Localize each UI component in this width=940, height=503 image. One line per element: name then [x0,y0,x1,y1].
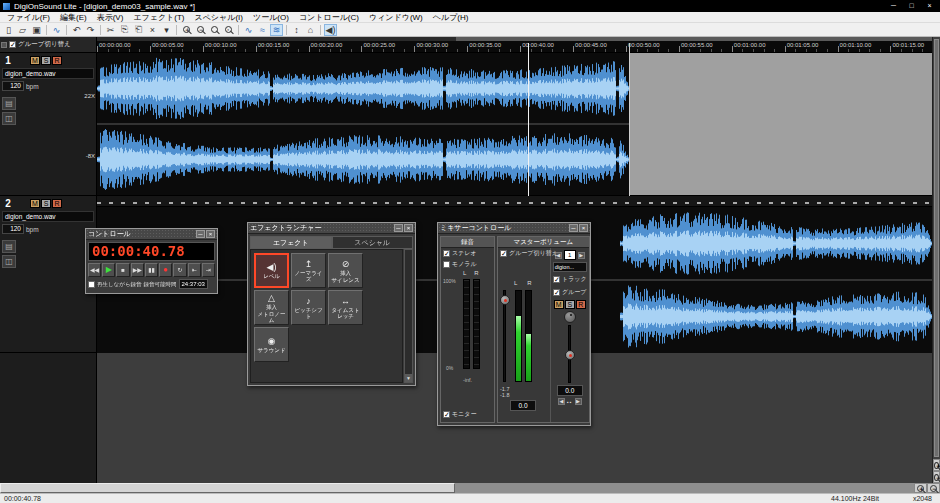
redo-icon[interactable]: ↷ [84,24,97,36]
bpm-input[interactable]: 120 [2,81,24,91]
next-track-button[interactable]: ▶ [578,252,585,259]
effect-normalize-button[interactable]: ↥ノーマライズ [291,253,326,288]
group-mode-checkbox[interactable]: ✓ [553,289,560,296]
effect-surround-button[interactable]: ◉サラウンド [254,327,289,362]
playhead[interactable] [528,43,529,196]
track-mode-option[interactable]: ✓ トラック [551,274,589,285]
menu-item[interactable]: エフェクト(T) [128,12,189,23]
loop-button[interactable]: ↻ [173,263,186,277]
master-volume-value[interactable]: 0.0 [510,400,536,411]
time-ruler[interactable]: 00:00:00.0000:00:05.0000:00:10.0000:00:1… [97,41,932,53]
nav-next-icon[interactable]: ▶ [575,398,582,405]
solo-button[interactable]: S [41,56,51,65]
group-switch-checkbox[interactable]: ✓ [500,250,507,257]
track-fader[interactable] [568,325,571,383]
menu-item[interactable]: ファイル(F) [2,12,55,23]
track-volume-icon[interactable]: ▤ [2,97,16,110]
mixer-solo-button[interactable]: S [565,300,575,309]
delete-icon[interactable]: × [146,24,159,36]
pause-button[interactable]: ▮▮ [145,263,158,277]
effects-minimize-button[interactable]: ─ [394,224,403,232]
track-volume-value[interactable]: 0.0 [557,385,583,396]
transport-titlebar[interactable]: コントロール ─ × [86,229,217,240]
save-file-icon[interactable]: ▣ [30,24,43,36]
track-pan-icon[interactable]: ◫ [2,112,16,125]
marker-icon[interactable]: ⌂ [304,24,317,36]
vertical-scrollbar[interactable]: + − [932,37,940,483]
menu-item[interactable]: 編集(E) [55,12,92,23]
zoom-sel-icon[interactable]: · [222,24,235,36]
undo-icon[interactable]: ↶ [70,24,83,36]
horizontal-zoom-in-button[interactable]: + [914,483,927,493]
paste-dropdown-icon[interactable]: ▾ [160,24,173,36]
record-arm-button[interactable]: R [52,199,62,208]
menu-item[interactable]: スペシャル(I) [189,12,248,23]
track-divider[interactable] [97,196,932,207]
solo-button[interactable]: S [41,199,51,208]
maximize-button[interactable]: □ [903,1,920,11]
minimize-button[interactable]: ─ [885,1,902,11]
view-spectrum-icon[interactable]: ≈ [256,24,269,36]
step-fwd-button[interactable]: ⇥ [202,263,215,277]
pan-knob[interactable] [564,311,576,323]
monitor-option[interactable]: ✓ モニター [441,409,494,420]
open-file-icon[interactable]: ▱ [16,24,29,36]
step-back-button[interactable]: ⇤ [188,263,201,277]
group-toggle[interactable]: ✓ グループ切り替え [0,37,96,53]
copy-icon[interactable]: ⎘ [118,24,131,36]
group-switch-option[interactable]: ✓ グループ切り替え [498,248,550,259]
record-button[interactable]: ● [159,263,172,277]
track-name[interactable]: digion_demo.wav [2,68,94,79]
effects-scrollbar[interactable]: ▼ [404,249,413,383]
scroll-down-icon[interactable]: ▼ [405,374,412,382]
forward-button[interactable]: ▶▶ [131,263,144,277]
transport-close-button[interactable]: × [206,230,215,238]
zoom-in-icon[interactable]: + [180,24,193,36]
effect-level-button[interactable]: ◀)レベル [254,253,289,288]
paste-icon[interactable]: ⎗ [132,24,145,36]
cut-icon[interactable]: ✂ [104,24,117,36]
monitor-speaker-icon[interactable]: ◀) [324,24,337,36]
mute-button[interactable]: M [30,199,40,208]
horizontal-zoom-out-button[interactable]: − [927,483,940,493]
vertical-zoom-in-button[interactable]: + [933,459,940,471]
view-wave-icon[interactable]: ∿ [242,24,255,36]
snap-icon[interactable]: ↕ [290,24,303,36]
monitor-checkbox[interactable]: ✓ [443,411,450,418]
menu-item[interactable]: コントロール(C) [294,12,364,23]
group-toggle-checkbox[interactable]: ✓ [9,41,16,48]
horizontal-scrollbar-thumb[interactable] [0,483,455,493]
menu-item[interactable]: 表示(V) [92,12,129,23]
vertical-scrollbar-thumb[interactable] [934,39,939,457]
master-fader-handle[interactable] [500,295,510,305]
mixer-titlebar[interactable]: ミキサーコントロール ─ × [438,223,590,234]
tab-effects[interactable]: エフェクト [250,236,332,249]
transport-minimize-button[interactable]: ─ [196,230,205,238]
effect-insert-silence-button[interactable]: ⊘挿入サイレンス [328,253,363,288]
stereo-option[interactable]: ✓ ステレオ [441,248,494,259]
zoom-out-icon[interactable]: − [194,24,207,36]
mono-option[interactable]: ✓ モノラル [441,259,494,270]
effect-time-stretch-button[interactable]: ↔タイムストレッチ [328,290,363,325]
horizontal-scrollbar-track[interactable] [455,483,914,493]
track-volume-icon[interactable]: ▤ [2,240,16,253]
record-while-play-checkbox[interactable]: ✓ [88,281,95,288]
tab-special[interactable]: スペシャル [332,236,414,249]
vertical-zoom-out-button[interactable]: − [933,471,940,483]
stop-button[interactable]: ■ [116,263,129,277]
group-mode-option[interactable]: ✓ グループ [551,287,588,298]
master-fader[interactable] [503,290,506,382]
mixer-record-button[interactable]: R [576,300,586,309]
track-fader-handle[interactable] [565,350,575,360]
rewind-button[interactable]: ◀◀ [88,263,101,277]
waveform-view-icon[interactable]: ∿ [50,24,63,36]
zoom-fit-icon[interactable] [208,24,221,36]
stereo-checkbox[interactable]: ✓ [443,250,450,257]
record-arm-button[interactable]: R [52,56,62,65]
effects-titlebar[interactable]: エフェクトランチャー ─ × [248,223,415,234]
menu-item[interactable]: ウィンドウ(W) [364,12,428,23]
effect-insert-metronome-button[interactable]: △挿入メトロノーム [254,290,289,325]
track-pan-icon[interactable]: ◫ [2,255,16,268]
mixer-minimize-button[interactable]: ─ [569,224,578,232]
effect-pitch-shift-button[interactable]: ♪ピッチシフト [291,290,326,325]
